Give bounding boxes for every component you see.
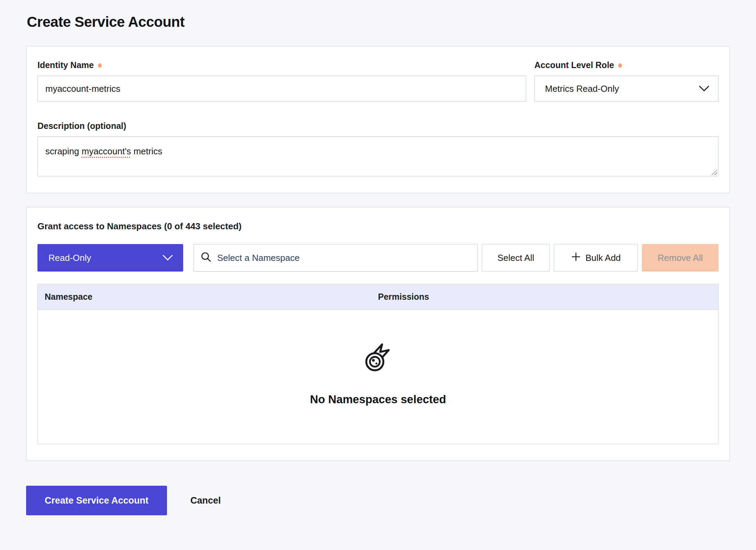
footer-actions: Create Service Account Cancel — [26, 486, 730, 515]
description-textarea[interactable]: scraping myaccount's metrics — [37, 136, 719, 176]
chevron-down-icon — [163, 253, 173, 263]
description-label: Description (optional) — [37, 121, 126, 131]
description-field-group: Description (optional) scraping myaccoun… — [37, 121, 719, 176]
required-dot-icon — [618, 63, 622, 68]
account-level-role-select[interactable]: Metrics Read-Only — [534, 76, 719, 102]
identity-card: Identity Name Account Level Role Metrics… — [26, 46, 730, 193]
page-title: Create Service Account — [27, 14, 730, 30]
column-header-namespace: Namespace — [38, 292, 378, 302]
resize-handle-icon[interactable] — [711, 169, 717, 175]
namespaces-table-header: Namespace Permissions — [38, 284, 718, 310]
empty-state: No Namespaces selected — [310, 343, 446, 406]
plus-icon — [571, 252, 581, 264]
permission-level-dropdown[interactable]: Read-Only — [37, 244, 183, 272]
namespaces-heading: Grant access to Namespaces (0 of 443 sel… — [37, 221, 719, 232]
select-all-label: Select All — [498, 253, 534, 263]
remove-all-button[interactable]: Remove All — [642, 244, 719, 272]
create-service-account-button[interactable]: Create Service Account — [26, 486, 167, 515]
namespaces-table: Namespace Permissions — [37, 284, 719, 444]
namespace-search — [193, 244, 478, 272]
required-dot-icon — [98, 63, 102, 68]
description-text: scraping — [45, 146, 82, 156]
namespace-search-input[interactable] — [217, 253, 470, 263]
namespaces-card: Grant access to Namespaces (0 of 443 sel… — [26, 207, 730, 461]
identity-name-label: Identity Name — [37, 60, 94, 70]
permission-level-value: Read-Only — [48, 253, 91, 263]
identity-name-field-group: Identity Name — [37, 60, 526, 102]
namespaces-toolbar: Read-Only Select All — [37, 244, 719, 272]
account-level-role-label: Account Level Role — [534, 60, 614, 70]
remove-all-label: Remove All — [658, 253, 703, 263]
bulk-add-label: Bulk Add — [586, 253, 621, 263]
create-service-account-page: Create Service Account Identity Name Acc… — [0, 0, 756, 536]
account-level-role-value: Metrics Read-Only — [545, 84, 619, 94]
description-text-misspelled: myaccount's — [82, 146, 131, 156]
chevron-down-icon — [699, 84, 709, 94]
select-all-button[interactable]: Select All — [482, 244, 550, 272]
identity-name-input[interactable] — [37, 76, 526, 102]
description-text: metrics — [131, 146, 162, 156]
search-icon — [201, 252, 212, 264]
bulk-add-button[interactable]: Bulk Add — [554, 244, 638, 272]
comet-icon — [362, 343, 394, 376]
account-level-role-field-group: Account Level Role Metrics Read-Only — [534, 60, 719, 102]
column-header-permissions: Permissions — [378, 292, 718, 302]
empty-state-text: No Namespaces selected — [310, 393, 446, 406]
cancel-button[interactable]: Cancel — [190, 495, 221, 506]
namespaces-table-body: No Namespaces selected — [38, 310, 718, 444]
